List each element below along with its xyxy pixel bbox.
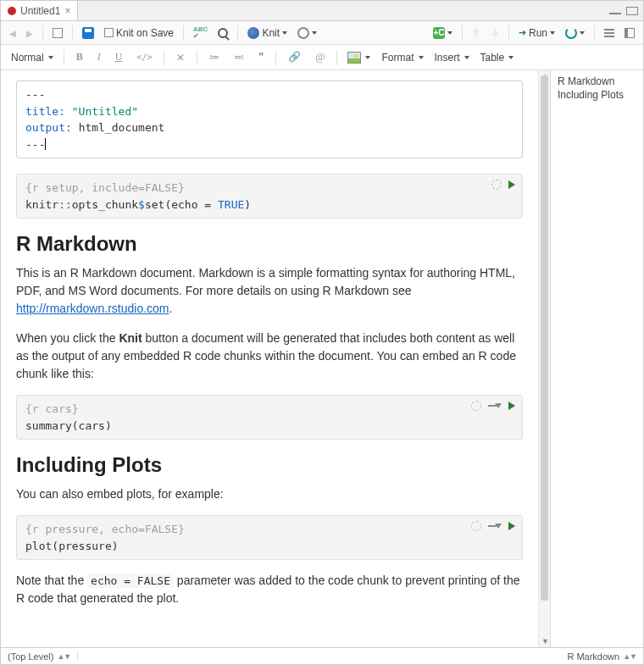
run-chunk-icon[interactable] <box>508 402 515 410</box>
scope-label: (Top Level) <box>8 651 53 662</box>
rmd-file-icon <box>8 7 16 15</box>
clear-format-button[interactable]: ✕ <box>171 50 190 65</box>
knit-on-save-toggle[interactable]: Knit on Save <box>101 25 177 41</box>
style-label: Normal <box>11 52 44 64</box>
insert-chunk-button[interactable]: +C <box>430 25 456 41</box>
paragraph[interactable]: This is an R Markdown document. Markdown… <box>16 264 523 318</box>
image-button[interactable] <box>344 50 374 65</box>
filetype-selector[interactable]: R Markdown ▲▼ <box>560 651 643 662</box>
format-label: Format <box>381 52 414 64</box>
knit-icon <box>247 27 259 39</box>
insert-label: Insert <box>435 52 460 64</box>
chunk-header: {r setup, include=FALSE} <box>25 180 514 197</box>
chunk-options-icon[interactable] <box>471 401 481 411</box>
table-label: Table <box>480 52 505 64</box>
format-toolbar: Normal B I U </> ✕ ≔ ≕ ❞ 🔗 @ Format Inse… <box>1 45 643 70</box>
outline-item[interactable]: R Markdown <box>558 75 636 87</box>
link-button[interactable]: 🔗 <box>283 49 306 65</box>
search-icon <box>218 28 228 38</box>
citation-button[interactable]: @ <box>310 49 330 65</box>
checkbox-icon <box>104 28 114 37</box>
text-cursor <box>45 138 46 150</box>
inline-code: echo = FALSE <box>87 574 174 588</box>
scroll-thumb[interactable] <box>541 75 548 601</box>
chunk-options-icon[interactable] <box>491 180 502 190</box>
run-above-icon[interactable] <box>488 524 502 529</box>
rmarkdown-link[interactable]: http://rmarkdown.rstudio.com <box>16 302 169 315</box>
outline-item[interactable]: Including Plots <box>558 89 636 101</box>
chevron-down-icon <box>508 56 514 59</box>
paragraph[interactable]: Note that the echo = FALSE parameter was… <box>16 572 523 607</box>
yaml-output-key: output: <box>25 121 72 134</box>
find-button[interactable] <box>214 26 231 40</box>
code-chunk-pressure[interactable]: {r pressure, echo=FALSE} plot(pressure) <box>16 515 523 560</box>
numbered-list-button[interactable]: ≕ <box>229 49 249 65</box>
chunk-code: plot(pressure) <box>25 538 514 555</box>
forward-button[interactable] <box>23 25 36 41</box>
spellcheck-icon: ABC✔ <box>193 26 208 40</box>
save-button[interactable] <box>79 25 97 41</box>
chunk-header: {r cars} <box>25 401 514 418</box>
next-chunk-button[interactable] <box>487 25 502 41</box>
back-button[interactable] <box>6 25 19 41</box>
scope-selector[interactable]: (Top Level) ▲▼ <box>1 651 78 662</box>
chevron-down-icon <box>550 31 555 35</box>
insert-chunk-icon: +C <box>433 27 445 39</box>
format-menu[interactable]: Format <box>378 50 426 65</box>
status-bar: (Top Level) ▲▼ R Markdown ▲▼ <box>1 647 643 664</box>
visual-mode-button[interactable] <box>621 26 638 40</box>
run-chunk-icon[interactable] <box>508 180 515 189</box>
editor[interactable]: --- title: "Untitled" output: html_docum… <box>1 70 538 647</box>
code-chunk-cars[interactable]: {r cars} summary(cars) <box>16 395 523 440</box>
insert-menu[interactable]: Insert <box>431 50 473 65</box>
publish-icon <box>565 27 577 39</box>
document-tabbar: Untitled1 × <box>1 1 643 21</box>
code-chunk-setup[interactable]: {r setup, include=FALSE} knitr::opts_chu… <box>16 174 523 219</box>
yaml-dash: --- <box>25 88 45 101</box>
yaml-frontmatter[interactable]: --- title: "Untitled" output: html_docum… <box>16 80 523 158</box>
visual-icon <box>625 28 635 38</box>
bullet-list-button[interactable]: ≔ <box>204 49 225 65</box>
chunk-header: {r pressure, echo=FALSE} <box>25 521 514 538</box>
underline-button[interactable]: U <box>110 49 128 65</box>
prev-chunk-button[interactable] <box>469 25 484 41</box>
chevron-down-icon <box>282 31 287 35</box>
run-button[interactable]: Run <box>515 25 558 41</box>
filetype-label: R Markdown <box>567 651 619 662</box>
yaml-output-value: html_document <box>79 121 165 134</box>
minimize-icon[interactable] <box>609 13 621 14</box>
style-selector[interactable]: Normal <box>8 50 57 65</box>
chevron-down-icon <box>447 31 452 35</box>
show-in-new-window-button[interactable] <box>49 26 66 40</box>
run-label: Run <box>529 27 547 39</box>
blockquote-button[interactable]: ❞ <box>253 49 269 65</box>
bold-button[interactable]: B <box>71 49 88 65</box>
chevron-down-icon <box>419 56 424 59</box>
knit-label: Knit <box>262 27 280 39</box>
table-menu[interactable]: Table <box>477 50 518 65</box>
down-arrow-icon <box>491 27 499 39</box>
chunk-code: knitr::opts_chunk$set(echo = TRUE) <box>25 197 514 213</box>
paragraph[interactable]: You can also embed plots, for example: <box>16 485 523 503</box>
chevron-down-icon <box>312 31 317 35</box>
close-icon[interactable]: × <box>64 5 70 17</box>
chunk-options-icon[interactable] <box>471 521 481 531</box>
knit-options-button[interactable] <box>294 25 320 41</box>
heading-including-plots[interactable]: Including Plots <box>16 453 523 477</box>
yaml-title-value: "Untitled" <box>72 105 138 118</box>
knit-button[interactable]: Knit <box>244 25 291 41</box>
document-tab[interactable]: Untitled1 × <box>1 1 78 20</box>
paragraph[interactable]: When you click the Knit button a documen… <box>16 330 523 383</box>
publish-button[interactable] <box>562 25 588 41</box>
run-chunk-icon[interactable] <box>508 522 515 530</box>
up-arrow-icon <box>472 27 480 39</box>
run-above-icon[interactable] <box>488 403 502 408</box>
scroll-down-icon[interactable]: ▼ <box>541 637 549 646</box>
outline-toggle-button[interactable] <box>601 25 618 41</box>
editor-scrollbar[interactable]: ▲ ▼ <box>538 70 550 647</box>
heading-r-markdown[interactable]: R Markdown <box>16 232 523 256</box>
code-button[interactable]: </> <box>131 51 157 64</box>
spellcheck-button[interactable]: ABC✔ <box>190 25 211 42</box>
maximize-icon[interactable] <box>626 7 638 15</box>
italic-button[interactable]: I <box>92 49 106 65</box>
